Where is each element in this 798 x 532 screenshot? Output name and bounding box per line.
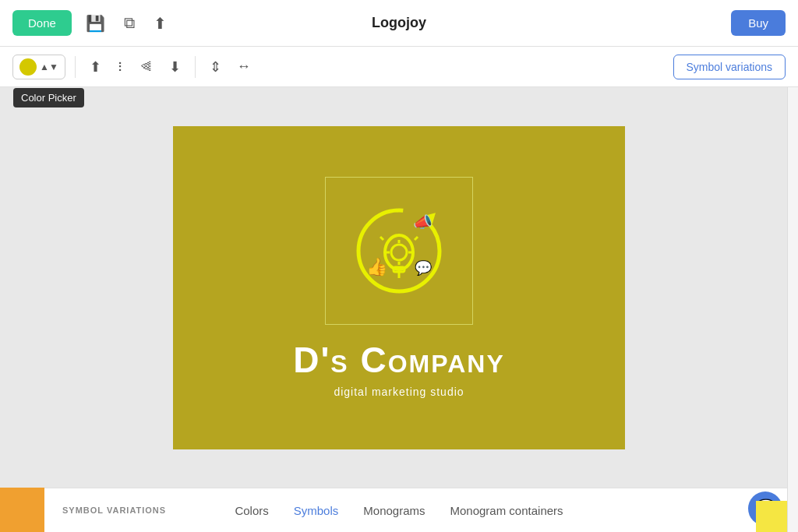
nav-item-monograms[interactable]: Monograms: [363, 504, 425, 517]
logo-symbol-box: 👍 📣 💬: [325, 177, 473, 325]
logo-company-name: D's Company: [293, 339, 505, 381]
nav-item-colors[interactable]: Colors: [235, 504, 268, 517]
align-top-button[interactable]: ⬆: [85, 55, 106, 79]
chevron-down-icon: ▲▼: [40, 62, 58, 72]
done-button[interactable]: Done: [12, 10, 72, 36]
sticky-note: [756, 501, 787, 532]
toolbar-divider-1: [75, 56, 76, 78]
align-center-v-button[interactable]: ⫶: [112, 55, 129, 78]
align-bottom-icon: ⬇: [169, 58, 181, 76]
bottom-panel: SYMBOL VARIATIONS Colors Symbols Monogra…: [0, 488, 798, 532]
distribute-v-button[interactable]: ⇕: [205, 55, 226, 79]
svg-text:👍: 👍: [366, 256, 388, 277]
svg-text:📣: 📣: [413, 213, 433, 231]
svg-line-11: [415, 237, 418, 240]
toolbar-divider-2: [195, 56, 196, 78]
distribute-h-button[interactable]: ↔: [232, 55, 256, 78]
bottom-nav: Colors Symbols Monograms Monogram contai…: [235, 504, 563, 517]
app-title: Logojoy: [372, 15, 426, 31]
color-swatch-strip: [0, 488, 44, 532]
logo-symbol-svg: 👍 📣 💬: [337, 188, 461, 313]
svg-point-5: [391, 245, 407, 260]
align-bottom-button[interactable]: ⬇: [164, 55, 185, 79]
save-button[interactable]: 💾: [81, 11, 110, 36]
distribute-h-icon: ↔: [237, 58, 251, 75]
header-left: Done 💾 ⧉ ⬆: [12, 10, 171, 36]
copy-button[interactable]: ⧉: [119, 11, 139, 35]
distribute-v-icon: ⇕: [210, 58, 221, 76]
logo-canvas[interactable]: 👍 📣 💬 D's Company digital marketing stud…: [173, 126, 625, 449]
logo-tagline: digital marketing studio: [334, 386, 464, 398]
color-picker-button[interactable]: ▲▼ Color Picker: [12, 55, 65, 79]
header: Done 💾 ⧉ ⬆ Logojoy Buy: [0, 0, 798, 47]
svg-line-10: [380, 237, 383, 240]
share-icon: ⬆: [154, 14, 167, 33]
copy-icon: ⧉: [124, 14, 135, 32]
color-dot: [19, 58, 37, 76]
align-center-h-button[interactable]: ⫷: [135, 55, 158, 78]
color-picker-tooltip: Color Picker: [13, 88, 84, 107]
nav-item-monogram-containers[interactable]: Monogram containers: [450, 504, 563, 517]
nav-item-symbols[interactable]: Symbols: [294, 504, 339, 517]
buy-button[interactable]: Buy: [731, 10, 786, 36]
toolbar: ▲▼ Color Picker ⬆ ⫶ ⫷ ⬇ ⇕ ↔ Symbol varia…: [0, 47, 798, 87]
symbol-variations-button[interactable]: Symbol variations: [673, 55, 786, 79]
save-icon: 💾: [86, 14, 105, 33]
align-center-v-icon: ⫶: [117, 58, 124, 75]
align-top-icon: ⬆: [90, 58, 101, 76]
share-button[interactable]: ⬆: [149, 11, 171, 36]
svg-text:💬: 💬: [415, 259, 433, 277]
main-canvas-area: 👍 📣 💬 D's Company digital marketing stud…: [0, 87, 798, 488]
align-center-h-icon: ⫷: [139, 58, 154, 75]
symbol-variations-section-label: SYMBOL VARIATIONS: [62, 506, 166, 515]
header-right: Buy: [731, 10, 786, 36]
